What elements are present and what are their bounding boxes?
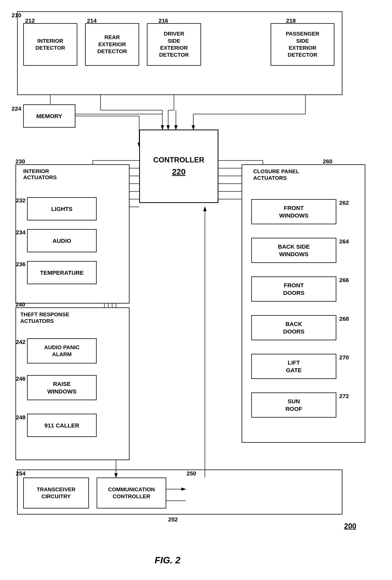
ref-246: 246 (16, 375, 25, 382)
ref-218: 218 (286, 17, 296, 24)
memory-label: MEMORY (36, 112, 62, 120)
sun-roof-label: SUNROOF (285, 398, 302, 413)
back-side-windows-box: BACK SIDEWINDOWS (251, 238, 336, 263)
driver-side-detector-box: DRIVERSIDEEXTERIORDETECTOR (147, 23, 201, 66)
ref-250: 250 (187, 470, 196, 477)
raise-windows-label: RAISEWINDOWS (47, 380, 77, 395)
rear-exterior-detector-box: REAREXTERIORDETECTOR (85, 23, 139, 66)
ref-242: 242 (16, 339, 25, 345)
lights-box: LIGHTS (27, 197, 97, 220)
communication-controller-label: COMMUNICATIONCONTROLLER (108, 486, 155, 500)
ref-236: 236 (16, 261, 25, 268)
interior-detector-label: INTERIORDETECTOR (35, 37, 65, 52)
audio-label: AUDIO (53, 237, 71, 245)
audio-panic-alarm-box: AUDIO PANICALARM (27, 338, 97, 363)
controller-box: CONTROLLER 220 (139, 130, 218, 203)
raise-windows-box: RAISEWINDOWS (27, 375, 97, 400)
temperature-label: TEMPERATURE (40, 269, 84, 277)
fig-label: FIG. 2 (155, 555, 180, 566)
caller-911-label: 911 CALLER (44, 422, 79, 429)
back-doors-box: BACKDOORS (251, 315, 336, 340)
communication-controller-box: COMMUNICATIONCONTROLLER (97, 477, 166, 508)
controller-label: CONTROLLER (153, 155, 204, 165)
closure-panel-title: CLOSURE PANELACTUATORS (253, 168, 299, 181)
ref-240: 240 (15, 301, 25, 308)
transceiver-circuitry-box: TRANSCEIVERCIRCUITRY (23, 477, 89, 508)
ref-214: 214 (87, 17, 97, 24)
memory-box: MEMORY (23, 104, 75, 128)
theft-response-title: THEFT RESPONSEACTUATORS (20, 311, 69, 324)
passenger-side-detector-label: PASSENGERSIDEEXTERIORDETECTOR (286, 30, 319, 59)
ref-230: 230 (15, 158, 25, 165)
back-doors-label: BACKDOORS (283, 320, 304, 335)
rear-exterior-detector-label: REAREXTERIORDETECTOR (97, 34, 127, 55)
ref-224: 224 (11, 105, 21, 112)
interior-actuators-title: INTERIORACTUATORS (23, 168, 57, 181)
controller-ref-label: 220 (172, 167, 186, 177)
audio-panic-alarm-label: AUDIO PANICALARM (44, 344, 79, 358)
lift-gate-label: LIFTGATE (286, 359, 301, 374)
audio-box: AUDIO (27, 229, 97, 252)
front-doors-box: FRONTDOORS (251, 277, 336, 301)
ref-260: 260 (323, 158, 332, 165)
ref-266: 266 (339, 277, 349, 284)
front-windows-label: FRONTWINDOWS (279, 204, 308, 219)
ref-270: 270 (339, 354, 349, 361)
ref-232: 232 (16, 197, 25, 204)
sun-roof-box: SUNROOF (251, 393, 336, 418)
front-windows-box: FRONTWINDOWS (251, 199, 336, 224)
passenger-side-detector-box: PASSENGERSIDEEXTERIORDETECTOR (271, 23, 334, 66)
driver-side-detector-label: DRIVERSIDEEXTERIORDETECTOR (159, 30, 189, 59)
transceiver-circuitry-label: TRANSCEIVERCIRCUITRY (37, 486, 76, 500)
ref-272: 272 (339, 393, 349, 399)
ref-252: 252 (168, 516, 178, 523)
caller-911-box: 911 CALLER (27, 414, 97, 437)
lift-gate-box: LIFTGATE (251, 354, 336, 379)
ref-248: 248 (16, 414, 25, 421)
ref-216: 216 (158, 17, 168, 24)
lights-label: LIGHTS (51, 205, 72, 213)
interior-detector-box: INTERIORDETECTOR (23, 23, 77, 66)
ref-268: 268 (339, 315, 349, 322)
ref-254: 254 (16, 470, 25, 477)
diagram-container: 210 INTERIORDETECTOR 212 REAREXTERIORDET… (0, 0, 392, 580)
temperature-box: TEMPERATURE (27, 261, 97, 284)
ref-212: 212 (25, 17, 35, 24)
ref-234: 234 (16, 229, 25, 236)
front-doors-label: FRONTDOORS (283, 282, 304, 296)
ref-210: 210 (11, 12, 21, 18)
ref-200: 200 (344, 522, 356, 530)
ref-264: 264 (339, 238, 349, 245)
back-side-windows-label: BACK SIDEWINDOWS (278, 243, 310, 258)
ref-262: 262 (339, 199, 349, 206)
